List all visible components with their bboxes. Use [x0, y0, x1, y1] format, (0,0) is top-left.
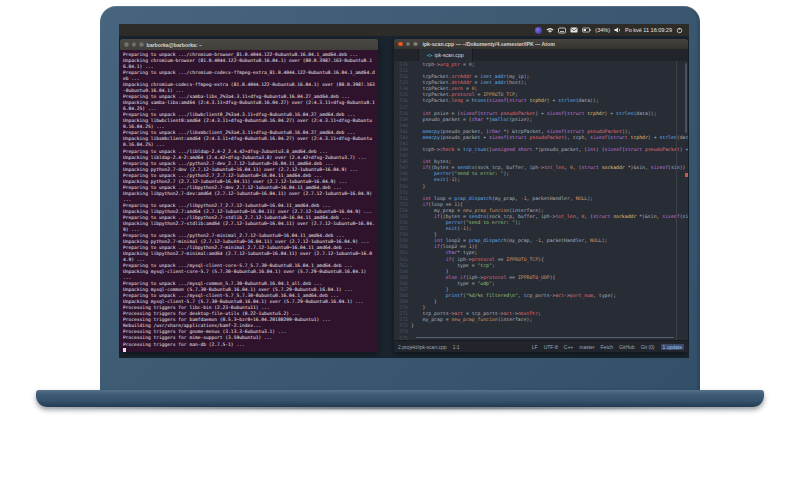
horizontal-scrollbar[interactable] [416, 337, 674, 339]
terminal-window: barborka@barborka: ~ Preparing to unpack… [120, 39, 378, 352]
clock[interactable]: Po kvě 11 16:09:29 [625, 27, 672, 33]
status-item-github[interactable]: GitHub [619, 344, 635, 350]
terminal-line: Preparing to unpack .../libpython2.7-std… [123, 215, 375, 221]
status-right-items: LFUTF-8C++masterFetchGitHubGit (0)1 upda… [532, 344, 684, 350]
code-text: tcph->check = tcp_csum((unsigned short *… [411, 147, 688, 153]
code-text: tcpPacket.leng = htons(sizeof(struct tcp… [411, 98, 599, 104]
terminal-line: Unpacking chromium-codecs-ffmpeg-extra (… [123, 82, 375, 94]
atom-title: ipk-scan.cpp — ~/Dokumenty/4.semester/IP… [421, 41, 685, 47]
terminal-line: Unpacking libsmbclient:amd64 (2:4.3.11+d… [123, 136, 375, 148]
code-text: memcpy(pseudo_packet + sizeof(struct pse… [411, 135, 688, 141]
terminal-title: barborka@barborka: ~ [147, 42, 203, 48]
terminal-line: Unpacking libpython2.7-stdlib:amd64 (2.7… [123, 221, 375, 233]
code-text: tcph->urg_ptr = 0; [411, 62, 475, 68]
line-number: 575 [394, 336, 411, 340]
tab-ipk-scan[interactable]: <> ipk-scan.cpp [418, 49, 473, 61]
mail-icon[interactable] [570, 27, 578, 33]
terminal-line: Preparing to unpack .../chromium-codecs-… [123, 70, 375, 82]
terminal-line: Unpacking python2.7-dev (2.7.12-1ubuntu0… [123, 167, 375, 173]
status-item-1-update[interactable]: 1 update [661, 344, 684, 350]
status-item-master[interactable]: master [579, 344, 594, 350]
wrap-guide [676, 61, 677, 340]
terminal-line: Unpacking libpython2.7-dev:amd64 (2.7.12… [123, 191, 375, 203]
code-line: 542 memcpy(pseudo_packet + sizeof(struct… [394, 135, 688, 141]
status-item-git-0-[interactable]: Git (0) [641, 344, 655, 350]
battery-percentage[interactable]: (34%) [595, 27, 610, 33]
terminal-body[interactable]: Preparing to unpack .../chromium-browser… [120, 50, 378, 352]
terminal-line: Unpacking libldap-2.4-2:amd64 (2.4.42+df… [123, 155, 375, 161]
code-text: printf("%d/%s filtered\n", tcp_ports->ac… [411, 293, 616, 299]
laptop-base [36, 390, 764, 407]
laptop-mockup: (34%) Po kvě 11 16:09:29 barborka@barbor… [0, 0, 800, 477]
terminal-line: Unpacking samba-libs:amd64 (2:4.3.11+dfs… [123, 100, 375, 112]
code-text: my_pcap = new_pcap_funcion(interface); [411, 317, 532, 323]
maximize-icon[interactable] [413, 42, 418, 47]
vertical-scrollbar[interactable] [685, 63, 687, 133]
code-line: 544 tcph->check = tcp_csum((unsigned sho… [394, 147, 688, 153]
terminal-line: Unpacking libpython2.7-minimal:amd64 (2.… [123, 251, 375, 263]
terminal-line: Preparing to unpack .../libpython2.7-dev… [123, 185, 375, 191]
terminal-output: Preparing to unpack .../chromium-browser… [123, 52, 375, 348]
terminal-prompt-line [123, 348, 375, 352]
close-icon[interactable] [124, 42, 129, 47]
status-item-lf[interactable]: LF [532, 344, 538, 350]
battery-icon[interactable] [582, 27, 591, 33]
code-text: pseudo_packet = (char *)malloc(psize); [411, 117, 532, 123]
terminal-cursor [123, 348, 126, 352]
atom-window: ipk-scan.cpp — ~/Dokumenty/4.semester/IP… [394, 39, 688, 352]
terminal-line: Unpacking libwbclient0:amd64 (2:4.3.11+d… [123, 118, 375, 130]
close-icon[interactable] [398, 42, 403, 47]
maximize-icon[interactable] [139, 42, 144, 47]
cpp-file-icon: <> [427, 53, 433, 58]
code-editor[interactable]: 530 tcph->urg_ptr = 0;531532 tcpPacket.s… [394, 61, 688, 340]
code-text: } [411, 184, 425, 190]
minimize-icon[interactable] [406, 42, 411, 47]
terminal-line: Unpacking libpython2.7:amd64 (2.7.12-1ub… [123, 209, 375, 215]
app-indicator-icon[interactable] [535, 27, 542, 34]
tab-label: ipk-scan.cpp [435, 52, 464, 58]
code-lines: 530 tcph->urg_ptr = 0;531532 tcpPacket.s… [394, 62, 688, 340]
atom-titlebar[interactable]: ipk-scan.cpp — ~/Dokumenty/4.semester/IP… [394, 39, 688, 49]
terminal-titlebar[interactable]: barborka@barborka: ~ [120, 39, 378, 50]
session-gear-icon[interactable] [676, 27, 683, 34]
atom-statusbar: 2.projekt/ipk-scan.cpp 1:1 LFUTF-8C++mas… [394, 340, 688, 352]
scrollbar-marker [685, 173, 688, 177]
terminal-line: Unpacking mysql-client-core-5.7 (5.7.30-… [123, 269, 375, 281]
status-file-path[interactable]: 2.projekt/ipk-scan.cpp [398, 344, 447, 350]
desktop: (34%) Po kvě 11 16:09:29 barborka@barbor… [119, 24, 689, 358]
status-item-fetch[interactable]: Fetch [601, 344, 614, 350]
minimize-icon[interactable] [132, 42, 137, 47]
wifi-icon[interactable] [546, 27, 554, 34]
keyboard-icon[interactable] [558, 27, 566, 34]
status-cursor-position[interactable]: 1:1 [453, 344, 460, 350]
code-text: } [411, 323, 414, 329]
status-item-c-[interactable]: C++ [564, 344, 573, 350]
status-item-utf-8[interactable]: UTF-8 [544, 344, 558, 350]
terminal-line: Unpacking python2.7 (2.7.12-1ubuntu0~16.… [123, 179, 375, 185]
tab-bar: <> ipk-scan.cpp [394, 49, 688, 61]
terminal-line: Unpacking chromium-browser (81.0.4044.12… [123, 58, 375, 70]
volume-icon[interactable] [614, 27, 621, 33]
top-panel: (34%) Po kvě 11 16:09:29 [119, 24, 689, 36]
